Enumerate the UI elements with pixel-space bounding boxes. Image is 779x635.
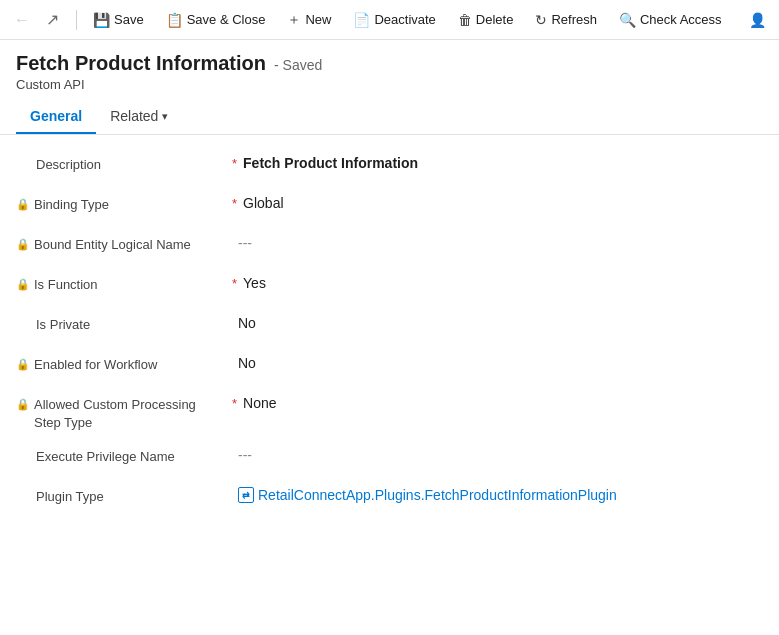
field-label-col: 🔒Bound Entity Logical Name: [16, 234, 226, 254]
field-label-col: 🔒Binding Type: [16, 194, 226, 214]
separator-1: [76, 10, 77, 30]
delete-label: Delete: [476, 12, 514, 27]
form-row: Plugin Type⇄RetailConnectApp.Plugins.Fet…: [0, 479, 779, 519]
lock-icon: 🔒: [16, 198, 30, 211]
form-row: Description*Fetch Product Information: [0, 147, 779, 187]
lock-icon: 🔒: [16, 358, 30, 371]
page-subtitle: Custom API: [16, 77, 763, 92]
plugin-type-icon: ⇄: [238, 487, 254, 503]
refresh-label: Refresh: [551, 12, 597, 27]
field-value: ---: [238, 446, 252, 463]
required-star: *: [232, 194, 237, 211]
field-value: Global: [243, 194, 283, 211]
lock-icon: 🔒: [16, 238, 30, 251]
form-row: 🔒Allowed Custom Processing Step Type*Non…: [0, 387, 779, 439]
save-close-icon: 📋: [166, 12, 183, 28]
forward-button[interactable]: ↗: [38, 6, 66, 34]
save-button[interactable]: 💾 Save: [83, 8, 154, 32]
tab-related[interactable]: Related ▾: [96, 100, 182, 134]
new-icon: ＋: [287, 11, 301, 29]
check-access-button[interactable]: 🔍 Check Access: [609, 8, 732, 32]
page-header: Fetch Product Information - Saved Custom…: [0, 40, 779, 92]
field-label-col: Description: [16, 154, 226, 174]
field-label: Allowed Custom Processing Step Type: [34, 396, 226, 432]
nav-buttons: ← ↗: [8, 6, 66, 34]
field-value: No: [238, 314, 256, 331]
form-row: 🔒Is Function*Yes: [0, 267, 779, 307]
check-access-icon: 🔍: [619, 12, 636, 28]
form-row: Execute Privilege Name---: [0, 439, 779, 479]
field-label-col: Is Private: [16, 314, 226, 334]
field-label-col: 🔒Is Function: [16, 274, 226, 294]
field-value: No: [238, 354, 256, 371]
save-icon: 💾: [93, 12, 110, 28]
title-row: Fetch Product Information - Saved: [16, 52, 763, 75]
required-star: *: [232, 394, 237, 411]
field-label-col: Plugin Type: [16, 486, 226, 506]
form-row: Is PrivateNo: [0, 307, 779, 347]
required-star: *: [232, 274, 237, 291]
form-row: 🔒Enabled for WorkflowNo: [0, 347, 779, 387]
chevron-down-icon: ▾: [162, 110, 168, 123]
refresh-icon: ↻: [535, 12, 547, 28]
lock-icon: 🔒: [16, 398, 30, 411]
field-label: Execute Privilege Name: [36, 448, 175, 466]
form-row: 🔒Bound Entity Logical Name---: [0, 227, 779, 267]
deactivate-label: Deactivate: [374, 12, 435, 27]
field-label: Description: [36, 156, 101, 174]
saved-status: - Saved: [274, 57, 322, 73]
delete-icon: 🗑: [458, 12, 472, 28]
lock-icon: 🔒: [16, 278, 30, 291]
user-icon[interactable]: 👤: [743, 6, 771, 34]
delete-button[interactable]: 🗑 Delete: [448, 8, 524, 32]
field-label-col: 🔒Allowed Custom Processing Step Type: [16, 394, 226, 432]
save-close-label: Save & Close: [187, 12, 266, 27]
new-button[interactable]: ＋ New: [277, 7, 341, 33]
field-label-col: 🔒Enabled for Workflow: [16, 354, 226, 374]
field-value: ---: [238, 234, 252, 251]
form-section: Description*Fetch Product Information🔒Bi…: [0, 135, 779, 519]
deactivate-icon: 📄: [353, 12, 370, 28]
field-label: Is Function: [34, 276, 98, 294]
field-label: Binding Type: [34, 196, 109, 214]
tab-general[interactable]: General: [16, 100, 96, 134]
field-value: Fetch Product Information: [243, 154, 418, 171]
toolbar: ← ↗ 💾 Save 📋 Save & Close ＋ New 📄 Deacti…: [0, 0, 779, 40]
save-close-button[interactable]: 📋 Save & Close: [156, 8, 276, 32]
field-value: None: [243, 394, 276, 411]
field-label: Enabled for Workflow: [34, 356, 157, 374]
save-label: Save: [114, 12, 144, 27]
new-label: New: [305, 12, 331, 27]
refresh-button[interactable]: ↻ Refresh: [525, 8, 607, 32]
page-title: Fetch Product Information: [16, 52, 266, 75]
field-label: Plugin Type: [36, 488, 104, 506]
check-access-label: Check Access: [640, 12, 722, 27]
field-value[interactable]: ⇄RetailConnectApp.Plugins.FetchProductIn…: [238, 486, 617, 503]
form-row: 🔒Binding Type*Global: [0, 187, 779, 227]
field-label: Is Private: [36, 316, 90, 334]
deactivate-button[interactable]: 📄 Deactivate: [343, 8, 445, 32]
field-value: Yes: [243, 274, 266, 291]
field-label-col: Execute Privilege Name: [16, 446, 226, 466]
field-label: Bound Entity Logical Name: [34, 236, 191, 254]
tabs-container: General Related ▾: [0, 92, 779, 134]
required-star: *: [232, 154, 237, 171]
back-button[interactable]: ←: [8, 6, 36, 34]
